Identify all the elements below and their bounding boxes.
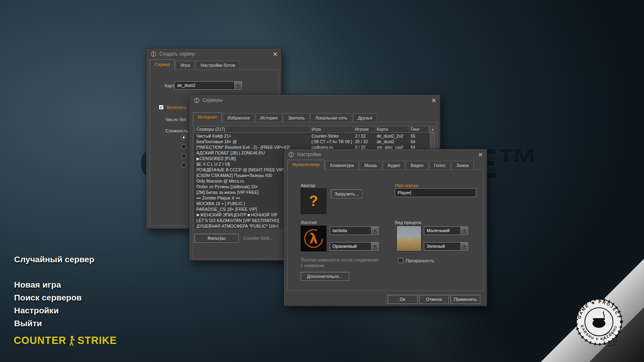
column-header-3[interactable]: Игроки	[353, 126, 375, 132]
player-name-label: Имя игрока	[395, 183, 418, 188]
difficulty-label: Сложность	[165, 128, 188, 133]
difficulty-radio-2[interactable]	[181, 144, 186, 149]
logo-select-value: lambda	[330, 227, 371, 234]
cs-soldier-icon	[68, 335, 76, 346]
server-row[interactable]: Чистый Кайф 21+Counter-Strike2 / 32de_du…	[195, 133, 429, 139]
column-header-2[interactable]: Игра	[310, 126, 353, 132]
crosshair-preview-image	[396, 226, 421, 251]
chevron-down-icon[interactable]: ▼	[460, 227, 468, 234]
settings-tab-2[interactable]: Клавиатура	[325, 161, 359, 169]
server-game: [ 08 CT «7:4» TR 09 ]	[310, 139, 353, 144]
settings-tab-5[interactable]: Видео	[406, 161, 428, 169]
logo-select[interactable]: lambda ▼	[330, 226, 379, 235]
main-menu: Случайный серверНовая играПоиск серверов…	[14, 255, 94, 331]
advanced-button[interactable]: Дополнительно...	[301, 272, 349, 281]
logo-label: Логотип	[301, 220, 317, 225]
cs-window-icon	[151, 51, 157, 57]
settings-tab-1[interactable]: Мультиплеер	[287, 160, 324, 170]
server-list-header[interactable]: Серверы (217)ИграИгрокиКартаПинг	[194, 126, 429, 133]
crosshair-size-select[interactable]: Маленький ▼	[424, 226, 468, 235]
create-server-titlebar[interactable]: Создать сервер ✕	[147, 49, 282, 59]
map-select[interactable]: de_dust2 ▼	[174, 81, 242, 90]
desktop-background: COUNTER-STRIKE™ GAME ★ PROJECT EARSHU V …	[0, 0, 644, 362]
column-header-1[interactable]: Серверы (217)	[195, 126, 310, 132]
chevron-down-icon[interactable]: ▼	[371, 243, 378, 250]
server-game: Counter-Strike	[310, 133, 353, 139]
player-name-value: Player	[398, 190, 410, 195]
close-icon[interactable]: ✕	[431, 97, 436, 103]
corner-watermark-icon	[602, 331, 618, 348]
server-map: de_dust2	[375, 139, 409, 144]
crosshair-size-value: Маленький	[424, 227, 460, 234]
menu-item-2[interactable]: Новая игра	[14, 280, 94, 290]
servers-tab-3[interactable]: История	[256, 113, 283, 122]
logo-color-value: Оранжевый	[330, 243, 371, 250]
svg-text:λ: λ	[309, 230, 318, 247]
server-ping: 55	[409, 133, 429, 139]
window-title: Настройки	[297, 152, 321, 157]
text-caret	[411, 191, 411, 195]
menu-item-1[interactable]: Случайный сервер	[14, 255, 94, 264]
avatar-label: Аватар	[301, 183, 315, 188]
close-icon[interactable]: ✕	[478, 152, 483, 158]
map-select-value: de_dust2	[175, 82, 234, 89]
chevron-down-icon[interactable]: ▼	[460, 243, 468, 250]
settings-titlebar[interactable]: Настройки ✕	[284, 149, 487, 160]
close-icon[interactable]: ✕	[272, 51, 278, 57]
create-server-tab-3[interactable]: Настройки ботов	[196, 61, 240, 69]
server-row[interactable]: БезПонтовые 18+ @[ 08 CT «7:4» TR 09 ]20…	[195, 139, 429, 144]
servers-titlebar[interactable]: Серверы ✕	[190, 95, 440, 105]
column-header-4[interactable]: Карта	[375, 126, 409, 132]
menu-item-4[interactable]: Настройки	[14, 306, 94, 315]
bots-count-label: Число бот	[165, 117, 186, 122]
chevron-down-icon[interactable]: ▼	[371, 227, 378, 234]
scroll-up-icon[interactable]: ▲	[430, 126, 436, 133]
cs-window-icon	[288, 152, 294, 158]
difficulty-radio-1[interactable]	[181, 135, 186, 140]
window-title: Создать сервер	[159, 51, 195, 57]
servers-tab-5[interactable]: Локальная сеть	[310, 113, 352, 122]
load-avatar-button[interactable]: Загрузить...	[331, 189, 362, 198]
lambda-icon: λ	[302, 227, 325, 250]
server-name: Чистый Кайф 21+	[195, 133, 310, 139]
apply-button[interactable]: Применить	[450, 295, 480, 304]
menu-item-3[interactable]: Поиск серверов	[14, 293, 94, 302]
server-map: de_dust2_2x2	[375, 133, 409, 139]
transparency-label: Прозрачность	[406, 258, 434, 263]
difficulty-radio-3[interactable]	[181, 153, 186, 158]
create-server-tab-1[interactable]: Сервер	[150, 60, 175, 70]
column-header-5[interactable]: Пинг	[409, 126, 429, 132]
servers-tab-2[interactable]: Избранное	[223, 113, 255, 122]
logo-strike-text: STRIKE	[78, 335, 117, 346]
chevron-down-icon[interactable]: ▼	[234, 82, 242, 89]
enable-bots-label: Включить	[167, 105, 186, 110]
avatar-image: ?	[301, 188, 326, 214]
crosshair-color-select[interactable]: Зеленый ▼	[424, 242, 468, 251]
servers-tab-4[interactable]: Зритель	[283, 113, 310, 122]
cancel-button[interactable]: Отмена	[419, 295, 449, 304]
transparency-checkbox[interactable]	[398, 258, 403, 263]
settings-tab-6[interactable]: Голос	[429, 161, 450, 169]
filters-button[interactable]: Фильтры	[194, 234, 239, 243]
settings-window: Настройки ✕ МультиплеерКлавиатураМышьАуд…	[284, 149, 487, 306]
settings-tab-3[interactable]: Мышь	[359, 161, 382, 169]
server-players: 20 / 32	[353, 139, 375, 144]
player-name-input[interactable]: Player	[395, 188, 476, 197]
create-server-tab-2[interactable]: Игра	[175, 61, 195, 69]
difficulty-radio-4[interactable]	[181, 162, 186, 168]
servers-tab-1[interactable]: Интернет	[193, 112, 222, 122]
settings-tab-7[interactable]: Замок	[451, 161, 473, 169]
server-players: 2 / 32	[353, 133, 375, 139]
window-title: Серверы	[202, 97, 223, 103]
logo-note-line1: Логотип изменится после соединения	[301, 257, 378, 262]
servers-tab-6[interactable]: Друзья	[353, 113, 377, 122]
crosshair-vertical-line	[409, 234, 409, 243]
server-name: БезПонтовые 18+ @	[195, 139, 310, 144]
cs-window-icon	[194, 97, 200, 103]
menu-item-5[interactable]: Выйти	[14, 319, 94, 328]
spray-logo-image: λ	[301, 226, 326, 251]
settings-tab-4[interactable]: Аудио	[383, 161, 405, 169]
enable-bots-checkbox[interactable]: ✓	[159, 105, 164, 110]
ok-button[interactable]: Ок	[388, 295, 417, 304]
logo-color-select[interactable]: Оранжевый ▼	[330, 242, 379, 251]
